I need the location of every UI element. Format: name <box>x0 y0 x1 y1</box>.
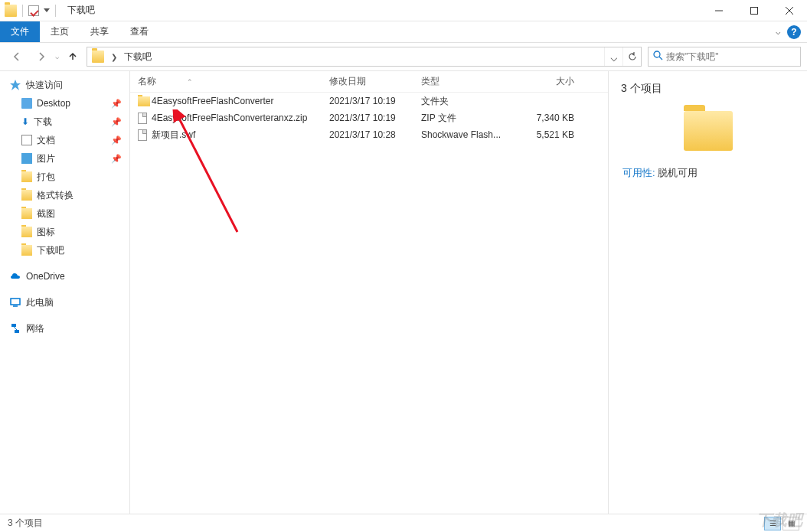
navigation-bar: ⌵ ❯ 下载吧 ⌵ <box>0 43 807 70</box>
svg-line-5 <box>659 57 662 60</box>
file-size: 5,521 KB <box>521 129 590 140</box>
preview-pane: 3 个项目 可用性: 脱机可用 <box>608 71 807 514</box>
file-date: 2021/3/17 10:19 <box>329 96 421 106</box>
address-folder-icon <box>92 51 104 63</box>
back-button[interactable] <box>6 46 28 67</box>
navigation-pane[interactable]: 快速访问 Desktop📌 ⬇下载📌 文档📌 图片📌 打包 格式转换 截图 图标… <box>0 71 130 514</box>
folder-icon <box>21 190 32 201</box>
download-icon: ⬇ <box>21 116 29 127</box>
svg-line-11 <box>14 327 17 330</box>
svg-marker-6 <box>10 80 21 90</box>
status-text: 3 个项目 <box>8 517 43 530</box>
address-dropdown-button[interactable]: ⌵ <box>604 47 622 66</box>
column-date[interactable]: 修改日期 <box>329 75 421 88</box>
document-icon <box>21 135 32 145</box>
close-button[interactable] <box>772 0 807 21</box>
file-icon <box>138 113 152 124</box>
breadcrumb-separator-icon[interactable]: ❯ <box>109 53 119 61</box>
view-tab[interactable]: 查看 <box>119 21 159 42</box>
nav-jietu[interactable]: 截图 <box>0 204 129 223</box>
nav-documents[interactable]: 文档📌 <box>0 131 129 149</box>
up-button[interactable] <box>62 46 83 67</box>
breadcrumb-segment[interactable]: 下载吧 <box>119 47 156 66</box>
file-list-area[interactable]: 名称⌃ 修改日期 类型 大小 4EasysoftFreeFlashConvert… <box>130 71 608 514</box>
search-input[interactable] <box>666 51 796 62</box>
picture-icon <box>21 153 32 164</box>
folder-icon <box>138 96 152 106</box>
window-title: 下载吧 <box>67 4 95 17</box>
column-size[interactable]: 大小 <box>521 75 590 88</box>
minimize-button[interactable] <box>701 0 737 21</box>
home-tab[interactable]: 主页 <box>40 21 80 42</box>
sort-indicator-icon: ⌃ <box>187 78 193 86</box>
network-icon <box>9 322 21 335</box>
file-row[interactable]: 新项目.swf2021/3/17 10:28Shockwave Flash...… <box>130 126 608 143</box>
title-bar: 下载吧 <box>0 0 807 21</box>
svg-rect-1 <box>751 7 758 14</box>
pc-icon <box>9 296 21 308</box>
desktop-icon <box>21 98 32 109</box>
file-row[interactable]: 4EasysoftFreeFlashConverter2021/3/17 10:… <box>130 93 608 109</box>
file-size: 7,340 KB <box>521 113 590 123</box>
nav-geshi[interactable]: 格式转换 <box>0 186 129 204</box>
ribbon-expand-icon[interactable]: ⌵ <box>776 27 781 37</box>
file-date: 2021/3/17 10:19 <box>329 113 421 123</box>
watermark-text: 下载吧 <box>756 510 802 530</box>
maximize-button[interactable] <box>737 0 772 21</box>
file-type: Shockwave Flash... <box>421 129 521 140</box>
nav-network[interactable]: 网络 <box>0 319 129 338</box>
help-button[interactable]: ? <box>787 25 801 39</box>
search-box[interactable] <box>648 47 801 67</box>
preview-count: 3 个项目 <box>621 82 795 96</box>
window-folder-icon <box>5 5 17 17</box>
file-name: 新项目.swf <box>152 129 329 142</box>
file-name: 4EasysoftFreeFlashConverteranxz.zip <box>152 113 329 123</box>
column-name[interactable]: 名称⌃ <box>138 75 329 88</box>
file-date: 2021/3/17 10:28 <box>329 129 421 140</box>
search-icon <box>653 50 663 64</box>
onedrive-icon <box>9 270 21 282</box>
file-row[interactable]: 4EasysoftFreeFlashConverteranxz.zip2021/… <box>130 109 608 126</box>
nav-downloads[interactable]: ⬇下载📌 <box>0 113 129 131</box>
status-bar: 3 个项目 ☰ ▦ <box>0 514 807 532</box>
nav-pictures[interactable]: 图片📌 <box>0 149 129 168</box>
star-icon <box>9 79 21 91</box>
folder-icon <box>21 208 32 219</box>
ribbon: 文件 主页 共享 查看 ⌵ ? <box>0 21 807 43</box>
nav-tubiao[interactable]: 图标 <box>0 223 129 241</box>
nav-dabao[interactable]: 打包 <box>0 168 129 186</box>
svg-point-4 <box>654 51 660 57</box>
pin-icon: 📌 <box>111 154 122 164</box>
pin-icon: 📌 <box>111 99 122 109</box>
nav-xiazaiba[interactable]: 下载吧 <box>0 241 129 259</box>
share-tab[interactable]: 共享 <box>80 21 119 42</box>
folder-icon <box>21 227 32 237</box>
file-icon <box>138 129 152 141</box>
folder-icon <box>21 171 32 182</box>
column-type[interactable]: 类型 <box>421 75 521 88</box>
nav-onedrive[interactable]: OneDrive <box>0 267 129 286</box>
preview-availability: 可用性: 脱机可用 <box>622 166 795 180</box>
column-headers: 名称⌃ 修改日期 类型 大小 <box>130 71 608 93</box>
preview-folder-icon <box>684 111 733 151</box>
file-name: 4EasysoftFreeFlashConverter <box>152 96 329 106</box>
file-type: ZIP 文件 <box>421 112 521 125</box>
qat-checkbox-icon[interactable] <box>28 5 39 16</box>
nav-desktop[interactable]: Desktop📌 <box>0 94 129 113</box>
folder-icon <box>21 245 32 256</box>
nav-thispc[interactable]: 此电脑 <box>0 293 129 312</box>
address-bar[interactable]: ❯ 下载吧 ⌵ <box>87 47 642 67</box>
quick-access[interactable]: 快速访问 <box>0 76 129 94</box>
recent-dropdown-icon[interactable]: ⌵ <box>55 53 59 60</box>
svg-rect-9 <box>11 324 16 327</box>
svg-rect-7 <box>11 299 20 305</box>
refresh-button[interactable] <box>622 47 641 66</box>
file-type: 文件夹 <box>421 95 521 108</box>
svg-rect-10 <box>15 330 19 333</box>
qat-dropdown-icon[interactable] <box>44 8 50 12</box>
pin-icon: 📌 <box>111 117 122 127</box>
file-tab[interactable]: 文件 <box>0 21 40 42</box>
forward-button[interactable] <box>31 46 52 67</box>
pin-icon: 📌 <box>111 135 122 145</box>
